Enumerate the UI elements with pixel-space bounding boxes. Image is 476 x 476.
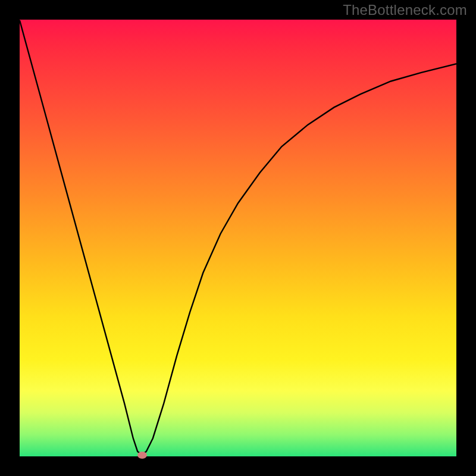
minimum-marker	[137, 452, 147, 459]
chart-frame: TheBottleneck.com	[0, 0, 476, 476]
bottleneck-curve	[20, 20, 456, 456]
watermark-text: TheBottleneck.com	[343, 2, 467, 18]
plot-area	[20, 20, 456, 456]
